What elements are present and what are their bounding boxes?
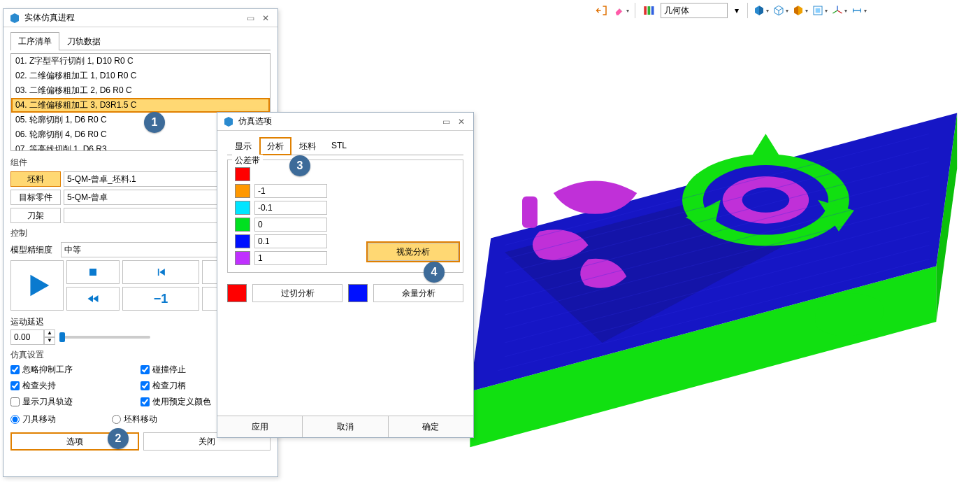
tol-input[interactable] <box>254 218 327 232</box>
tab-stl[interactable]: STL <box>324 137 354 155</box>
svg-line-31 <box>833 10 837 13</box>
geometry-select[interactable] <box>661 3 728 18</box>
main-toolbar: ▾ ▾ ▾ ▾ ▾ ▾ ▾ ▾ <box>594 3 867 18</box>
panel-header: 实体仿真进程 ▭ ✕ <box>3 9 278 27</box>
axis-icon[interactable]: ▾ <box>832 3 847 18</box>
color-swatch[interactable] <box>235 234 250 248</box>
tol-input[interactable] <box>254 201 327 215</box>
cancel-button[interactable]: 取消 <box>303 416 388 437</box>
chk-trace[interactable]: 显示刀具轨迹 <box>10 396 140 408</box>
chk-fixture[interactable]: 检查夹持 <box>10 380 140 392</box>
solid-cube-icon[interactable]: ▾ <box>754 3 769 18</box>
tol-input[interactable] <box>254 234 327 248</box>
delay-label: 运动延迟 <box>10 316 219 328</box>
tolerance-label: 公差带 <box>232 155 263 166</box>
visual-analysis-button[interactable]: 视觉分析 <box>368 243 459 261</box>
spin-up-icon[interactable]: ▲ <box>44 329 55 337</box>
radio-tool-move[interactable]: 刀具移动 <box>10 413 56 425</box>
minimize-icon[interactable]: ▭ <box>244 12 257 24</box>
tab-display[interactable]: 显示 <box>227 137 259 155</box>
play-button[interactable] <box>10 260 64 311</box>
step-badge-1: 1 <box>144 112 165 133</box>
step-badge-4: 4 <box>424 262 445 283</box>
panel-title: 仿真选项 <box>238 115 437 127</box>
panel-header: 仿真选项 ▭ ✕ <box>217 113 473 131</box>
skip-start-button[interactable] <box>122 260 199 284</box>
tab-analyze[interactable]: 分析 <box>259 137 291 155</box>
eraser-icon[interactable]: ▾ <box>614 3 629 18</box>
panel-title: 实体仿真进程 <box>24 12 241 24</box>
list-item[interactable]: 03. 二维偏移粗加工 2, D6 R0 C <box>11 83 270 98</box>
delay-input[interactable] <box>10 329 44 345</box>
shaded-icon[interactable]: ▾ <box>793 3 808 18</box>
spin-down-icon[interactable]: ▼ <box>44 337 55 345</box>
svg-rect-28 <box>816 8 821 13</box>
tol-input[interactable] <box>254 251 327 265</box>
holder-label: 刀架 <box>10 208 61 223</box>
step-badge-3: 3 <box>289 155 310 176</box>
radio-blank-move[interactable]: 坯料移动 <box>112 413 157 425</box>
tolerance-group: 公差带 视觉分析 <box>227 160 463 273</box>
target-label: 目标零件 <box>10 190 61 205</box>
options-tabs: 显示 分析 坯料 STL <box>227 136 463 155</box>
color-swatch[interactable] <box>235 184 250 198</box>
app-icon <box>223 116 234 127</box>
svg-rect-4 <box>522 197 538 228</box>
svg-rect-23 <box>648 6 651 15</box>
delay-stepper[interactable]: ▲▼ <box>10 329 55 345</box>
chevron-down-icon[interactable]: ▾ <box>732 3 742 18</box>
svg-rect-22 <box>644 6 647 15</box>
delay-slider[interactable] <box>59 336 150 339</box>
step-back-button[interactable]: −1 <box>122 287 199 311</box>
rewind-button[interactable] <box>66 287 120 311</box>
tab-toolpath-data[interactable]: 刀轨数据 <box>59 32 108 50</box>
color-swatch[interactable] <box>235 201 250 215</box>
color-swatch[interactable] <box>235 251 250 265</box>
svg-marker-9 <box>749 134 784 162</box>
overcut-swatch[interactable] <box>227 284 247 302</box>
svg-marker-26 <box>794 6 798 15</box>
sim-tabs: 工序清单 刀轨数据 <box>10 31 271 50</box>
svg-line-30 <box>837 10 842 13</box>
measure-icon[interactable]: ▾ <box>851 3 867 18</box>
color-swatch[interactable] <box>235 167 250 181</box>
chk-ignore[interactable]: 忽略抑制工序 <box>10 364 140 376</box>
close-icon[interactable]: ✕ <box>259 12 272 24</box>
list-item[interactable]: 01. Z字型平行切削 1, D10 R0 C <box>11 54 270 69</box>
remain-swatch[interactable] <box>348 284 368 302</box>
tab-process-list[interactable]: 工序清单 <box>10 32 59 50</box>
remain-button[interactable]: 余量分析 <box>373 284 463 302</box>
apply-button[interactable]: 应用 <box>217 416 303 437</box>
exit-icon[interactable] <box>594 3 610 18</box>
list-item-selected[interactable]: 04. 二维偏移粗加工 3, D3R1.5 C <box>11 98 270 113</box>
tab-blank[interactable]: 坯料 <box>291 137 324 155</box>
svg-rect-24 <box>651 6 654 15</box>
tol-input[interactable] <box>254 184 327 198</box>
app-icon <box>9 13 20 24</box>
list-item[interactable]: 02. 二维偏移粗加工 1, D10 R0 C <box>11 69 270 83</box>
stop-button[interactable] <box>66 260 120 284</box>
wire-cube-icon[interactable]: ▾ <box>773 3 788 18</box>
overcut-button[interactable]: 过切分析 <box>252 284 343 302</box>
ok-button[interactable]: 确定 <box>389 416 473 437</box>
close-icon[interactable]: ✕ <box>455 115 468 128</box>
step-badge-2: 2 <box>108 428 129 449</box>
view-icon[interactable]: ▾ <box>812 3 828 18</box>
minimize-icon[interactable]: ▭ <box>440 115 452 128</box>
blank-label: 坯料 <box>10 171 61 187</box>
dialog-buttons: 应用 取消 确定 <box>217 416 473 437</box>
palette-icon[interactable] <box>641 3 656 18</box>
svg-rect-32 <box>89 269 96 276</box>
color-swatch[interactable] <box>235 218 250 232</box>
precision-label: 模型精细度 <box>10 244 61 256</box>
